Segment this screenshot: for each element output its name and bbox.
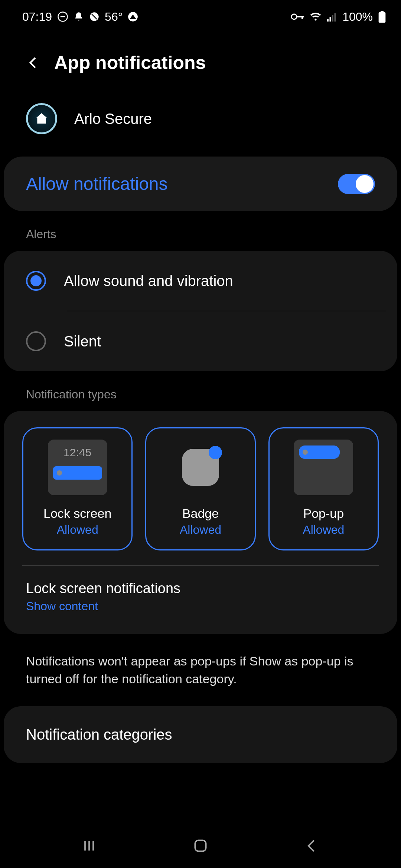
wifi-icon — [310, 12, 322, 22]
notification-types-card: 12:45 Lock screen Allowed Badge Allowed — [4, 411, 397, 634]
no-alarm-icon — [89, 11, 100, 22]
alerts-card: Allow sound and vibration Silent — [4, 251, 397, 371]
back-button[interactable] — [26, 55, 41, 70]
tile-status: Allowed — [57, 523, 98, 537]
divider — [22, 565, 379, 566]
status-time: 07:19 — [22, 10, 52, 24]
types-section-header: Notification types — [0, 371, 401, 411]
popup-tile[interactable]: Pop-up Allowed — [268, 427, 379, 550]
page-title: App notifications — [54, 52, 206, 73]
svg-point-4 — [291, 14, 297, 19]
lock-screen-notifications-row[interactable]: Lock screen notifications Show content — [22, 581, 379, 618]
battery-icon — [378, 11, 386, 23]
tile-label: Lock screen — [43, 506, 111, 521]
vpn-app-icon — [128, 11, 138, 22]
badge-preview — [171, 440, 230, 495]
radio-selected-icon — [26, 271, 46, 291]
svg-rect-8 — [330, 17, 331, 22]
bell-icon — [74, 11, 84, 22]
alerts-section-header: Alerts — [0, 211, 401, 251]
app-name: Arlo Secure — [74, 111, 152, 127]
toggle-knob — [356, 175, 374, 193]
popup-preview — [294, 440, 353, 495]
tile-status: Allowed — [180, 523, 221, 537]
svg-rect-10 — [335, 13, 336, 22]
types-row: 12:45 Lock screen Allowed Badge Allowed — [22, 427, 379, 550]
svg-rect-16 — [195, 840, 206, 851]
allow-notifications-row[interactable]: Allow notifications — [4, 157, 397, 211]
lock-notif-sub: Show content — [26, 599, 375, 613]
dnd-icon — [57, 11, 68, 22]
tile-status: Allowed — [303, 523, 344, 537]
status-left: 07:19 56° — [22, 10, 138, 24]
lock-screen-preview: 12:45 — [48, 440, 107, 495]
battery-percent: 100% — [342, 10, 373, 24]
page-header: App notifications — [0, 30, 401, 88]
app-icon — [26, 103, 57, 134]
info-text: Notifications won't appear as pop-ups if… — [0, 634, 401, 706]
tile-label: Pop-up — [303, 506, 344, 521]
alert-sound-vibration-option[interactable]: Allow sound and vibration — [4, 251, 397, 311]
allow-notifications-toggle[interactable] — [338, 174, 375, 194]
allow-notifications-label: Allow notifications — [26, 174, 168, 194]
svg-rect-7 — [327, 19, 329, 22]
tile-label: Badge — [182, 506, 219, 521]
status-right: 100% — [291, 10, 386, 24]
recents-button[interactable] — [79, 835, 100, 856]
categories-label: Notification categories — [26, 726, 375, 743]
app-row: Arlo Secure — [0, 88, 401, 157]
lock-screen-tile[interactable]: 12:45 Lock screen Allowed — [22, 427, 133, 550]
radio-unselected-icon — [26, 331, 46, 351]
notification-categories-row[interactable]: Notification categories — [4, 706, 397, 763]
svg-rect-6 — [301, 16, 303, 19]
navigation-bar — [0, 823, 401, 868]
alert-silent-option[interactable]: Silent — [4, 311, 397, 371]
back-nav-button[interactable] — [301, 835, 322, 856]
status-bar: 07:19 56° 100% — [0, 0, 401, 30]
home-button[interactable] — [190, 835, 211, 856]
svg-rect-9 — [332, 15, 333, 22]
key-icon — [291, 13, 304, 20]
svg-rect-12 — [379, 12, 386, 23]
signal-icon — [327, 12, 337, 22]
status-temp: 56° — [105, 10, 123, 24]
alert-option-label: Allow sound and vibration — [64, 273, 233, 289]
lock-notif-title: Lock screen notifications — [26, 581, 375, 596]
svg-rect-11 — [381, 11, 384, 12]
alert-option-label: Silent — [64, 333, 101, 350]
badge-tile[interactable]: Badge Allowed — [145, 427, 255, 550]
lock-preview-time: 12:45 — [53, 446, 102, 459]
